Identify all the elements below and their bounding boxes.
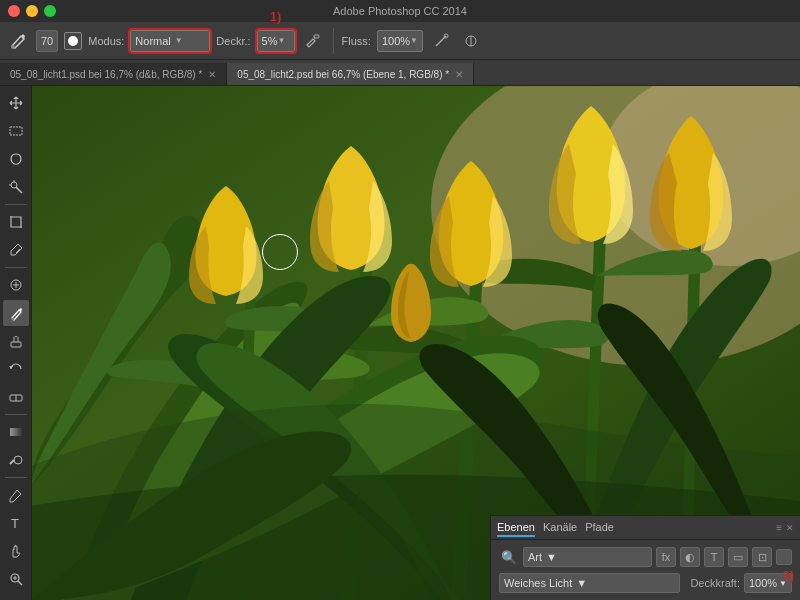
opacity-label: Deckr.:	[216, 35, 250, 47]
filter-value: Art	[528, 551, 542, 563]
left-toolbar: T	[0, 86, 32, 600]
mode-dropdown[interactable]: Normal ▼	[130, 30, 210, 52]
tool-eyedropper[interactable]	[3, 237, 29, 263]
panel-tab-kanale[interactable]: Kanäle	[543, 519, 577, 537]
panel-menu-icon[interactable]: ≡	[776, 522, 782, 533]
layer-fx-icon[interactable]: fx	[656, 547, 676, 567]
lt-sep-3	[5, 414, 27, 415]
blend-mode-dropdown[interactable]: Weiches Licht ▼	[499, 573, 680, 593]
layer-filter-icon[interactable]	[776, 549, 792, 565]
window-controls	[8, 5, 56, 17]
tool-heal[interactable]	[3, 272, 29, 298]
flow-arrow: ▼	[410, 36, 418, 45]
svg-line-26	[18, 581, 22, 585]
layer-smart-icon[interactable]: ⊡	[752, 547, 772, 567]
tab-licht2-close[interactable]: ✕	[455, 69, 463, 80]
main-area: T	[0, 86, 800, 600]
layer-text-icon[interactable]: T	[704, 547, 724, 567]
svg-point-15	[11, 318, 14, 321]
filter-type-dropdown[interactable]: Art ▼	[523, 547, 652, 567]
brush-dot	[68, 36, 78, 46]
blend-mode-value: Weiches Licht	[504, 577, 572, 589]
brush-size-value: 70	[41, 35, 53, 47]
tool-text[interactable]: T	[3, 510, 29, 536]
layer-opacity-arrow: ▼	[779, 579, 787, 588]
svg-line-7	[16, 187, 22, 193]
tool-brush[interactable]	[3, 300, 29, 326]
svg-point-0	[11, 45, 15, 49]
lt-sep-2	[5, 267, 27, 268]
symmetry-icon[interactable]	[459, 30, 483, 52]
tool-dodge[interactable]	[3, 447, 29, 473]
brush-size-control[interactable]: 70	[36, 30, 58, 52]
svg-rect-6	[10, 127, 22, 135]
layer-adjust-icon[interactable]: ◐	[680, 547, 700, 567]
svg-point-8	[11, 182, 17, 188]
svg-rect-16	[11, 342, 21, 347]
panels-container: Ebenen Kanäle Pfade ≡ ✕ 🔍	[490, 515, 800, 600]
tab-licht1-close[interactable]: ✕	[208, 69, 216, 80]
tool-lasso[interactable]	[3, 146, 29, 172]
panel-tab-pfade[interactable]: Pfade	[585, 519, 614, 537]
panel-filter-row: 🔍 Art ▼ fx ◐ T ▭ ⊡	[495, 544, 796, 570]
tool-zoom[interactable]	[3, 566, 29, 592]
minimize-button[interactable]	[26, 5, 38, 17]
tab-licht2[interactable]: 05_08_licht2.psd bei 66,7% (Ebene 1, RGB…	[227, 63, 474, 85]
svg-line-23	[17, 490, 19, 492]
tab-licht1[interactable]: 05_08_licht1.psd bei 16,7% (d&b, RGB/8) …	[0, 63, 227, 85]
flow-label: Fluss:	[342, 35, 371, 47]
panel-close-btn[interactable]: ✕	[786, 523, 794, 533]
title-bar: Adobe Photoshop CC 2014	[0, 0, 800, 22]
mode-value: Normal	[135, 35, 170, 47]
opacity-value[interactable]: 1) 5% ▼	[257, 30, 295, 52]
tool-crop[interactable]	[3, 209, 29, 235]
tool-hand[interactable]	[3, 538, 29, 564]
flow-value[interactable]: 100% ▼	[377, 30, 423, 52]
tool-marquee[interactable]	[3, 118, 29, 144]
tool-magic-wand[interactable]	[3, 174, 29, 200]
blend-dropdown-arrow: ▼	[576, 577, 587, 589]
lt-sep-4	[5, 477, 27, 478]
app-title: Adobe Photoshop CC 2014	[333, 5, 467, 17]
panel-blend-row: 2) Weiches Licht ▼ Deckkraft: 100% ▼	[495, 570, 796, 596]
layer-shape-icon[interactable]: ▭	[728, 547, 748, 567]
lt-sep-1	[5, 204, 27, 205]
svg-line-22	[10, 460, 14, 464]
tool-pen[interactable]	[3, 482, 29, 508]
brush-tool-icon[interactable]	[6, 29, 30, 53]
close-button[interactable]	[8, 5, 20, 17]
layer-opacity-input[interactable]: 100% ▼	[744, 573, 792, 593]
tool-gradient[interactable]	[3, 419, 29, 445]
layer-icons-row: fx ◐ T ▭ ⊡	[656, 547, 792, 567]
filter-toggle-icon[interactable]: 🔍	[499, 547, 519, 567]
tool-history-brush[interactable]	[3, 356, 29, 382]
opacity-arrow: ▼	[277, 36, 285, 45]
panel-controls: ≡ ✕	[776, 522, 794, 533]
brush-preview-icon[interactable]	[64, 32, 82, 50]
layer-opacity-value: 100%	[749, 577, 777, 589]
main-toolbar: 70 Modus: Normal ▼ Deckr.: 1) 5% ▼ Fluss…	[0, 22, 800, 60]
tool-stamp[interactable]	[3, 328, 29, 354]
mode-dropdown-arrow: ▼	[175, 36, 183, 45]
panel-header: Ebenen Kanäle Pfade ≡ ✕	[491, 516, 800, 540]
svg-marker-17	[9, 366, 13, 369]
airbrush-icon[interactable]	[301, 30, 325, 52]
svg-line-2	[314, 36, 315, 39]
maximize-button[interactable]	[44, 5, 56, 17]
tab-licht2-label: 05_08_licht2.psd bei 66,7% (Ebene 1, RGB…	[237, 69, 449, 80]
tab-bar: 05_08_licht1.psd bei 16,7% (d&b, RGB/8) …	[0, 60, 800, 86]
tool-move[interactable]	[3, 90, 29, 116]
opacity-panel-label: Deckkraft:	[690, 577, 740, 589]
filter-arrow: ▼	[546, 551, 557, 563]
opacity-display: 5%	[262, 35, 278, 47]
tool-eraser[interactable]	[3, 384, 29, 410]
tablet-pressure-icon[interactable]	[429, 30, 453, 52]
mode-label: Modus:	[88, 35, 124, 47]
canvas-area[interactable]: Ebenen Kanäle Pfade ≡ ✕ 🔍	[32, 86, 800, 600]
svg-point-21	[14, 456, 22, 464]
panel-tabs: Ebenen Kanäle Pfade	[497, 519, 776, 537]
toolbar-sep-1	[333, 28, 334, 54]
panel-tab-ebenen[interactable]: Ebenen	[497, 519, 535, 537]
tab-licht1-label: 05_08_licht1.psd bei 16,7% (d&b, RGB/8) …	[10, 69, 202, 80]
svg-rect-20	[10, 428, 22, 436]
